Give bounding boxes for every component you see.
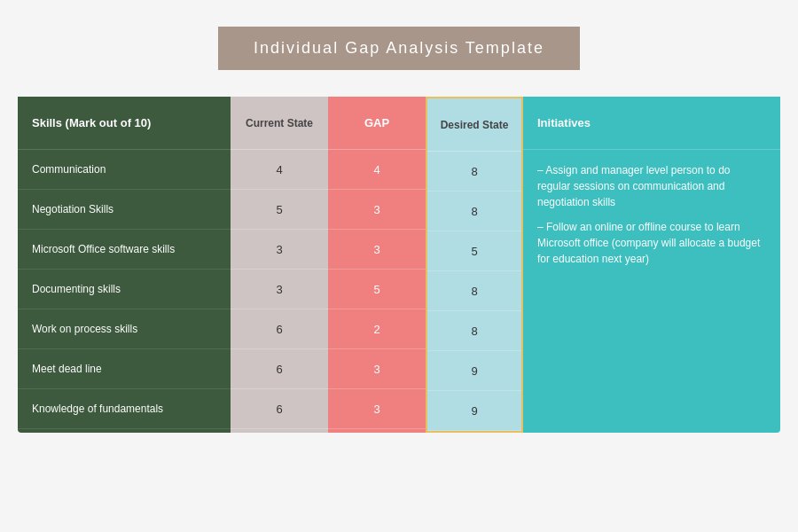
gap-row-1: 4 xyxy=(328,150,426,190)
current-row-6: 6 xyxy=(231,349,328,389)
current-row-2: 5 xyxy=(231,190,328,230)
skill-row-4: Documenting skills xyxy=(18,270,231,309)
current-column: Current State 4 5 3 3 6 6 6 xyxy=(231,97,328,433)
current-row-7: 6 xyxy=(231,389,328,429)
initiatives-column: Initiatives – Assign and manager level p… xyxy=(523,97,780,433)
gap-row-3: 3 xyxy=(328,230,426,270)
skill-row-7: Knowledge of fundamentals xyxy=(18,389,231,429)
gap-header: GAP xyxy=(328,97,426,150)
page-title: Individual Gap Analysis Template xyxy=(218,27,580,70)
desired-row-5: 8 xyxy=(427,311,521,351)
gap-row-7: 3 xyxy=(328,389,426,429)
skill-row-2: Negotiation Skills xyxy=(18,190,231,230)
desired-row-3: 5 xyxy=(427,231,521,271)
desired-header: Desired State xyxy=(427,98,521,152)
current-header: Current State xyxy=(231,97,328,150)
desired-row-1: 8 xyxy=(427,152,521,192)
initiative-text-1: – Assign and manager level person to do … xyxy=(537,162,766,210)
skills-header: Skills (Mark out of 10) xyxy=(18,97,231,150)
table-container: Skills (Mark out of 10) Communication Ne… xyxy=(18,97,780,433)
page-wrapper: Individual Gap Analysis Template Skills … xyxy=(0,0,798,532)
initiatives-content: – Assign and manager level person to do … xyxy=(523,150,780,279)
current-row-3: 3 xyxy=(231,230,328,270)
desired-row-2: 8 xyxy=(427,192,521,231)
initiative-text-2: – Follow an online or offline course to … xyxy=(537,219,766,267)
gap-row-5: 2 xyxy=(328,309,426,349)
current-row-4: 3 xyxy=(231,270,328,309)
desired-column: Desired State 8 8 5 8 8 9 9 xyxy=(426,97,523,433)
skill-row-6: Meet dead line xyxy=(18,349,231,389)
gap-column: GAP 4 3 3 5 2 3 3 xyxy=(328,97,426,433)
skills-column: Skills (Mark out of 10) Communication Ne… xyxy=(18,97,231,433)
desired-row-4: 8 xyxy=(427,271,521,311)
gap-row-6: 3 xyxy=(328,349,426,389)
skill-row-3: Microsoft Office software skills xyxy=(18,230,231,270)
skill-row-5: Work on process skills xyxy=(18,309,231,349)
initiatives-header: Initiatives xyxy=(523,97,780,150)
current-row-5: 6 xyxy=(231,309,328,349)
desired-row-7: 9 xyxy=(427,391,521,431)
desired-row-6: 9 xyxy=(427,351,521,391)
gap-row-2: 3 xyxy=(328,190,426,230)
gap-row-4: 5 xyxy=(328,270,426,309)
current-row-1: 4 xyxy=(231,150,328,190)
skill-row-1: Communication xyxy=(18,150,231,190)
